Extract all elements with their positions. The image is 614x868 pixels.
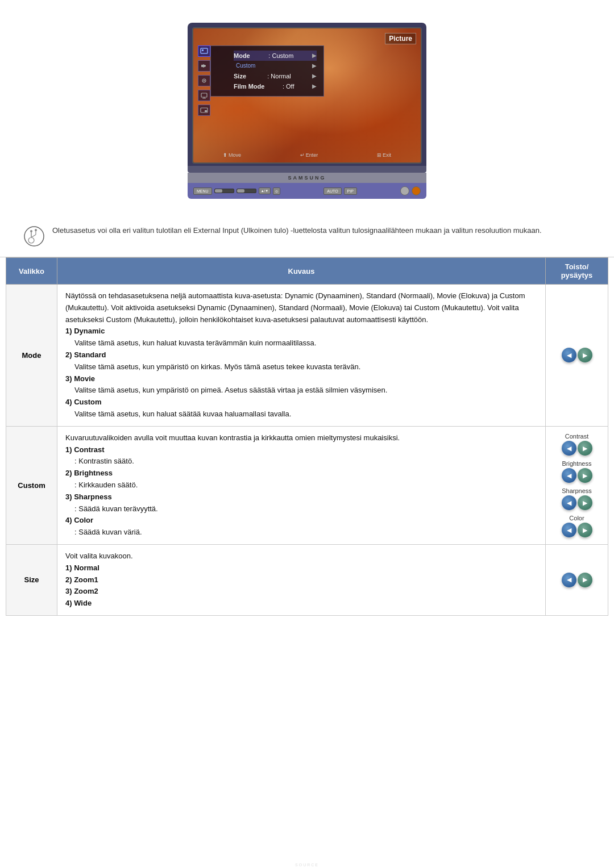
- enter-icon: ↵: [300, 152, 305, 158]
- desc-mode-dynamic-text: Valitse tämä asetus, kun haluat kuvasta …: [74, 337, 537, 349]
- svg-point-5: [204, 80, 205, 81]
- mode-arrow-right[interactable]: ▶: [578, 348, 592, 362]
- brightness-arrow-left[interactable]: ◀: [562, 468, 576, 483]
- mode-arrow-btns: ◀ ▶: [562, 348, 592, 362]
- desc-mode-p1: Näytössä on tehdasasetuksena neljä autom…: [65, 291, 525, 324]
- repeat-sharpness-row: Sharpness ◀ ▶: [562, 487, 592, 510]
- osd-icon-pip: [198, 105, 210, 116]
- brightness-arrow-right[interactable]: ▶: [578, 468, 592, 483]
- monitor-controls: MENU ▲/▼ ⊙ AUTO PIP SOURCE: [188, 183, 426, 199]
- monitor-screen: Picture: [192, 27, 422, 164]
- ctrl-slider-2[interactable]: [237, 189, 256, 193]
- ctrl-extra[interactable]: ⊙: [273, 187, 280, 195]
- desc-size-zoom2: 3) Zoom2: [65, 587, 98, 595]
- osd-move: ⬆ Move: [223, 152, 241, 158]
- brightness-arrow-btns: ◀ ▶: [562, 468, 592, 483]
- svg-marker-3: [203, 64, 206, 68]
- osd-filmmode-value: : Off: [283, 81, 294, 91]
- osd-mode-value: : Custom: [268, 51, 293, 61]
- osd-mode-label: Mode: [234, 51, 250, 61]
- repeat-brightness-row: Brightness ◀ ▶: [562, 460, 592, 483]
- contrast-arrow-left[interactable]: ◀: [562, 441, 576, 456]
- desc-mode-standard: 2) Standard: [65, 350, 106, 359]
- desc-mode-movie-text: Valitse tämä asetus, kun ympäristö on pi…: [74, 385, 537, 397]
- contrast-label: Contrast: [565, 433, 589, 440]
- desc-custom-p1: Kuvaruutuvalikoiden avulla voit muuttaa …: [65, 433, 400, 442]
- move-icon: ⬆: [223, 152, 227, 158]
- sharpness-arrow-right[interactable]: ▶: [578, 495, 592, 510]
- osd-size-row: Size : Normal ▶: [234, 71, 317, 81]
- menu-custom: Custom: [6, 426, 57, 544]
- header-repeat-line2: pysäytys: [561, 271, 593, 279]
- osd-size-label: Size: [234, 71, 246, 81]
- osd-icons: [198, 45, 210, 116]
- monitor-brand: SAMSUNG: [188, 173, 426, 183]
- note-icon: [23, 225, 45, 248]
- repeat-color-row: Color ◀ ▶: [562, 515, 592, 537]
- color-arrow-right[interactable]: ▶: [578, 523, 592, 537]
- table-row-custom: Custom Kuvaruutuvalikoiden avulla voit m…: [6, 426, 608, 544]
- svg-line-15: [31, 235, 36, 237]
- brightness-label: Brightness: [562, 460, 592, 467]
- osd-filmmode-label: Film Mode: [234, 81, 264, 91]
- note-section: Oletusasetus voi olla eri valitun tuloti…: [0, 216, 614, 257]
- header-repeat-line1: Toisto/: [565, 262, 589, 271]
- desc-size-zoom1: 2) Zoom1: [65, 575, 98, 584]
- header-repeat: Toisto/ pysäytys: [546, 258, 608, 285]
- osd-icon-setup: [198, 75, 210, 86]
- sharpness-arrow-left[interactable]: ◀: [562, 495, 576, 510]
- repeat-contrast-row: Contrast ◀ ▶: [562, 433, 592, 456]
- table-row-mode: Mode Näytössä on tehdasasetuksena neljä …: [6, 285, 608, 427]
- contrast-arrow-btns: ◀ ▶: [562, 441, 592, 456]
- color-arrow-btns: ◀ ▶: [562, 523, 592, 537]
- pip-button[interactable]: PIP: [344, 187, 357, 195]
- repeat-mode-inner: ◀ ▶: [554, 348, 600, 362]
- osd-size-arrow: ▶: [312, 71, 317, 81]
- svg-point-12: [28, 237, 34, 243]
- desc-mode-standard-text: Valitse tämä asetus, kun ympäristö on ki…: [74, 361, 537, 373]
- osd-custom-row: Custom ▶: [234, 61, 317, 71]
- color-arrow-left[interactable]: ◀: [562, 523, 576, 537]
- desc-size-normal: 1) Normal: [65, 564, 99, 572]
- color-label: Color: [569, 515, 584, 521]
- size-arrow-right[interactable]: ▶: [578, 573, 592, 587]
- desc-size-wide: 4) Wide: [65, 599, 92, 607]
- svg-rect-6: [201, 93, 207, 97]
- main-table: Valikko Kuvaus Toisto/ pysäytys Mode Näy…: [6, 257, 608, 616]
- desc-custom: Kuvaruutuvalikoiden avulla voit muuttaa …: [57, 426, 546, 544]
- desc-size: Voit valita kuvakoon. 1) Normal 2) Zoom1…: [57, 544, 546, 615]
- contrast-arrow-right[interactable]: ▶: [578, 441, 592, 456]
- exit-icon: ⊞: [377, 152, 381, 158]
- osd-footer: ⬆ Move ↵ Enter ⊞ Exit: [193, 152, 421, 158]
- repeat-custom: Contrast ◀ ▶ Brightness ◀ ▶: [546, 426, 608, 544]
- sharpness-arrow-btns: ◀ ▶: [562, 495, 592, 510]
- osd-mode-row: Mode : Custom ▶: [234, 51, 317, 61]
- mode-arrow-left[interactable]: ◀: [562, 348, 576, 362]
- auto-button[interactable]: AUTO: [323, 187, 341, 195]
- svg-rect-0: [201, 48, 208, 53]
- size-arrow-left[interactable]: ◀: [562, 573, 576, 587]
- desc-size-text: Voit valita kuvakoon. 1) Normal 2) Zoom1…: [65, 550, 537, 610]
- ctrl-arrows[interactable]: ▲/▼: [259, 187, 271, 194]
- osd-filmmode-row: Film Mode : Off ▶: [234, 81, 317, 91]
- desc-custom-brightness: 2) Brightness: [65, 469, 113, 477]
- osd-icon-screen: [198, 90, 210, 101]
- desc-custom-contrast: 1) Contrast: [65, 445, 105, 454]
- header-description: Kuvaus: [57, 258, 546, 285]
- svg-rect-10: [205, 110, 207, 112]
- desc-custom-color-text: : Säädä kuvan väriä.: [74, 527, 537, 539]
- osd-custom-arrow: ▶: [312, 61, 317, 71]
- osd-exit: ⊞ Exit: [377, 152, 391, 158]
- osd-content: Mode : Custom ▶ Custom ▶ Size : Normal ▶: [234, 51, 317, 91]
- ctrl-group-right: [400, 186, 421, 195]
- monitor-bezel: Picture: [188, 23, 426, 166]
- osd-mode-arrow: ▶: [312, 51, 317, 61]
- menu-button[interactable]: MENU: [193, 187, 212, 195]
- desc-mode: Näytössä on tehdasasetuksena neljä autom…: [57, 285, 546, 427]
- desc-size-p1: Voit valita kuvakoon.: [65, 552, 133, 560]
- power-button[interactable]: [400, 186, 409, 195]
- ctrl-group-left: MENU ▲/▼ ⊙: [193, 187, 280, 195]
- ctrl-slider-1[interactable]: [214, 189, 234, 193]
- monitor-wrapper: Picture: [188, 23, 426, 199]
- desc-custom-sharpness: 3) Sharpness: [65, 493, 112, 501]
